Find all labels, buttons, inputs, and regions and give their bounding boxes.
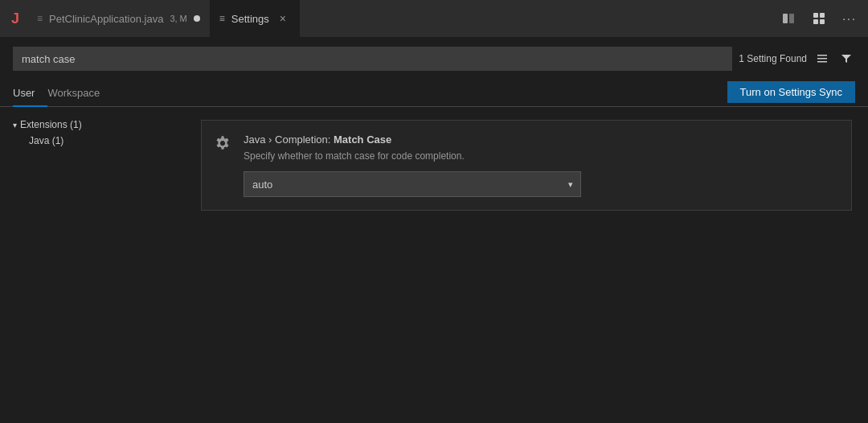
match-case-select[interactable]: auto on off [244,171,581,197]
split-editor-button[interactable] [776,6,800,31]
svg-rect-7 [817,58,827,60]
search-results-info: 1 Setting Found [739,50,855,68]
settings-content: Java › Completion: Match Case Specify wh… [185,107,868,411]
main-content: ▾ Extensions (1) Java (1) Java › Complet… [0,107,868,411]
gear-icon-container [215,133,231,154]
setting-title: Java › Completion: Match Case [244,133,838,146]
setting-item-match-case: Java › Completion: Match Case Specify wh… [201,120,852,211]
tab-workspace-label: Workspace [47,87,100,99]
sidebar: ▾ Extensions (1) Java (1) [0,107,185,411]
file-icon: ≡ [37,13,43,24]
filter-button[interactable] [837,50,855,68]
search-bar-area: 1 Setting Found [0,37,868,80]
chevron-down-icon: ▾ [13,121,17,129]
setting-detail: Java › Completion: Match Case Specify wh… [244,133,838,197]
svg-rect-8 [817,61,827,63]
sidebar-group-extensions: ▾ Extensions (1) Java (1) [0,113,185,152]
tab-label: PetClinicApplication.java [49,13,163,25]
gear-icon [215,135,231,151]
svg-rect-3 [820,13,825,18]
setting-select-wrapper: auto on off ▾ [244,171,581,197]
setting-description: Specify whether to match case for code c… [244,150,838,162]
sidebar-group-extensions-header[interactable]: ▾ Extensions (1) [0,117,185,133]
sync-button[interactable]: Turn on Settings Sync [727,81,855,103]
tab-close-button[interactable]: × [276,11,290,26]
tab-label-settings: Settings [231,13,269,25]
tab-dirty-indicator [194,15,200,22]
svg-rect-0 [783,14,788,23]
settings-tabs: User Workspace Turn on Settings Sync [0,80,868,107]
tab-user-label: User [13,87,35,99]
setting-breadcrumb-normal: Java › Completion: [244,133,334,146]
results-count: 1 Setting Found [739,53,807,64]
svg-rect-1 [789,14,794,23]
svg-rect-2 [813,13,818,18]
sidebar-group-label: Extensions (1) [20,119,82,130]
svg-rect-5 [820,19,825,24]
tab-suffix: 3, M [170,14,186,23]
svg-rect-6 [817,55,827,56]
sidebar-item-label: Java (1) [29,135,63,146]
title-bar: J ≡ PetClinicApplication.java 3, M ≡ Set… [0,0,868,37]
tab-settings[interactable]: ≡ Settings × [210,0,300,37]
search-input[interactable] [13,47,732,71]
setting-breadcrumb-bold: Match Case [334,133,391,146]
sidebar-item-java[interactable]: Java (1) [0,133,185,149]
layout-button[interactable] [807,6,831,31]
tab-user[interactable]: User [13,80,47,107]
svg-rect-4 [813,19,818,24]
j-logo: J [6,10,24,27]
title-bar-actions: ··· [776,6,862,31]
settings-icon: ≡ [219,13,225,24]
list-view-button[interactable] [813,50,831,68]
tab-workspace[interactable]: Workspace [47,80,113,107]
search-input-wrapper [13,47,732,71]
more-actions-button[interactable]: ··· [837,6,862,31]
tab-pet-clinic[interactable]: ≡ PetClinicApplication.java 3, M [27,0,210,37]
